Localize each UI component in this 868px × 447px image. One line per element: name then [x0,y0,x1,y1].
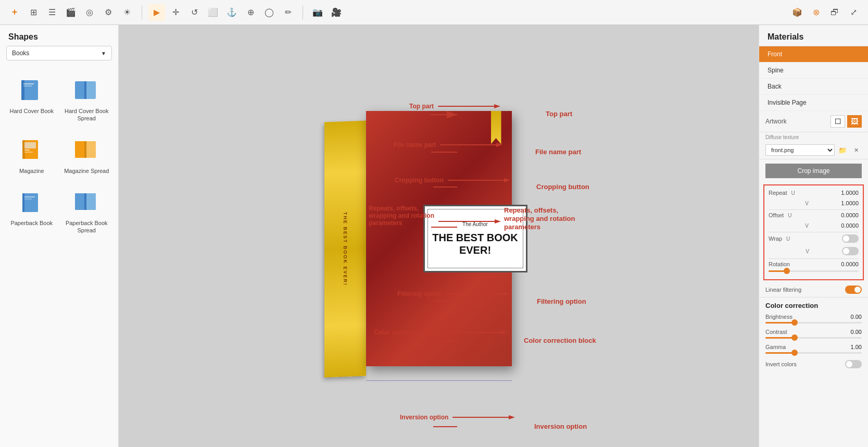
settings-icon[interactable]: ⚙ [100,4,117,21]
crop-image-button[interactable]: Crop image [765,164,862,178]
burger-icon[interactable]: ☰ [44,4,60,21]
arrow-tool[interactable]: ▶ [148,4,165,21]
svg-text:File name part: File name part [535,148,582,156]
annotation-top-part: Top part [409,102,500,110]
camera-icon[interactable]: 📷 [309,4,326,21]
brightness-slider-fill [765,322,795,324]
color-correction-section: Color correction Brightness 0.00 Contras… [759,297,868,376]
window-icon[interactable]: 🗗 [826,4,843,21]
shape-item-magazine-spread[interactable]: Magazine Spread [61,131,112,179]
circle-tool[interactable]: ◯ [261,4,278,21]
shape-item-paperback-book-spread[interactable]: Paperback Book Spread [61,183,112,239]
shapes-grid: Hard Cover Book Hard Cover Book Spread [0,67,118,242]
pen-tool[interactable]: ✏ [280,4,296,21]
move-tool[interactable]: ✛ [167,4,184,21]
shape-item-hard-cover-book[interactable]: Hard Cover Book [6,71,57,127]
svg-rect-11 [24,152,33,153]
svg-rect-21 [84,193,86,210]
repeats-text-3: parameters [369,219,434,227]
shape-item-paperback-book[interactable]: Paperback Book [6,183,57,239]
top-part-text: Top part [409,103,434,110]
chevron-down-icon: ▼ [101,51,106,56]
svg-marker-52 [509,415,515,419]
box-icon[interactable]: 📦 [789,4,806,21]
wrap-v-toggle[interactable] [842,247,859,255]
texture-close-button[interactable]: ✕ [850,144,862,156]
tab-spine[interactable]: Spine [759,63,868,79]
svg-marker-44 [504,178,510,182]
linear-filtering-toggle[interactable] [845,285,862,294]
rotation-slider-thumb[interactable] [784,268,790,274]
magazine-spread-label: Magazine Spread [64,167,109,175]
shape-item-hard-cover-book-spread[interactable]: Hard Cover Book Spread [61,71,112,127]
rotate-tool[interactable]: ↺ [186,4,203,21]
gamma-row: Gamma 1.00 [765,344,862,354]
linear-filtering-label: Linear filtering [765,287,801,293]
annotation-color-correction: Color correction block [374,328,507,337]
shape-item-magazine[interactable]: Magazine [6,131,57,179]
contrast-slider-thumb[interactable] [791,334,798,341]
texture-folder-button[interactable]: 📁 [837,144,848,156]
close-circle-icon[interactable]: ⊗ [808,4,824,21]
video-icon[interactable]: 🎬 [62,4,79,21]
rotation-slider-track[interactable] [769,270,859,272]
grid-icon[interactable]: ⊞ [25,4,42,21]
add-icon[interactable]: + [6,4,23,21]
book-bottom-guide [366,380,512,381]
materials-panel-header: Materials [759,25,868,46]
target-icon[interactable]: ◎ [81,4,98,21]
pivot-tool[interactable]: ⊕ [242,4,259,21]
repeat-v-label: V [805,201,809,206]
contrast-slider-track[interactable] [765,337,862,339]
anchor-tool[interactable]: ⚓ [223,4,240,21]
right-panel: Materials Front Spine Back Invisible Pag… [759,25,868,447]
svg-rect-20 [85,193,96,210]
hard-cover-book-spread-label: Hard Cover Book Spread [64,107,110,122]
svg-rect-1 [21,80,24,100]
top-toolbar: + ⊞ ☰ 🎬 ◎ ⚙ ☀ ▶ ✛ ↺ ⬜ ⚓ ⊕ ◯ ✏ 📷 🎥 📦 ⊗ 🗗 … [0,0,868,25]
artwork-empty-button[interactable]: ☐ [831,115,845,128]
sun-icon[interactable]: ☀ [119,4,135,21]
repeat-u-label: U [791,190,795,196]
artwork-buttons: ☐ 🖼 [831,115,862,128]
shapes-dropdown[interactable]: Books ▼ [6,46,112,60]
invert-colors-toggle[interactable] [845,360,862,368]
paperback-book-spread-icon [72,187,101,216]
brightness-slider-thumb[interactable] [791,319,798,326]
svg-marker-48 [503,292,509,296]
annotation-inversion: Inversion option [400,413,515,421]
wrap-u-toggle[interactable] [842,234,859,243]
gamma-value: 1.00 [851,344,862,350]
expand-icon[interactable]: ⤢ [845,4,862,21]
sidebar-title: Shapes [0,25,118,46]
gamma-header: Gamma 1.00 [765,344,862,350]
tab-invisible-page[interactable]: Invisible Page [759,95,868,111]
gamma-slider-fill [765,352,795,354]
crop-text: Cropping button [395,177,444,184]
repeat-u-value: 1.0000 [841,190,859,196]
file-name-text: File name part [394,141,436,148]
wrap-u-row: Wrap U [769,233,859,244]
offset-row: Offset U 0.0000 [769,211,859,219]
film-icon[interactable]: 🎥 [328,4,345,21]
texture-select[interactable]: front.png [765,144,835,156]
contrast-value: 0.00 [851,329,862,335]
tab-front[interactable]: Front [759,46,868,63]
brightness-header: Brightness 0.00 [765,314,862,320]
gamma-slider-track[interactable] [765,352,862,354]
artwork-row: Artwork ☐ 🖼 [759,111,868,132]
canvas-area[interactable]: THE BEST BOOK EVER! The Author THE BEST … [119,25,759,447]
brightness-value: 0.00 [851,314,862,320]
repeats-text-1: Repeats, offsets, [369,205,434,212]
artwork-image-button[interactable]: 🖼 [847,115,862,128]
brightness-slider-track[interactable] [765,322,862,324]
gamma-slider-thumb[interactable] [791,350,798,356]
rotation-row: Rotation 0.0000 [769,260,859,268]
svg-text:Filtering option: Filtering option [537,297,586,305]
tab-back[interactable]: Back [759,79,868,95]
texture-row: front.png 📁 ✕ [759,141,868,159]
gamma-label: Gamma [765,344,786,350]
svg-rect-5 [85,81,96,99]
selection-tools-group: ▶ ✛ ↺ ⬜ ⚓ ⊕ ◯ ✏ [146,4,298,21]
scale-tool[interactable]: ⬜ [205,4,221,21]
